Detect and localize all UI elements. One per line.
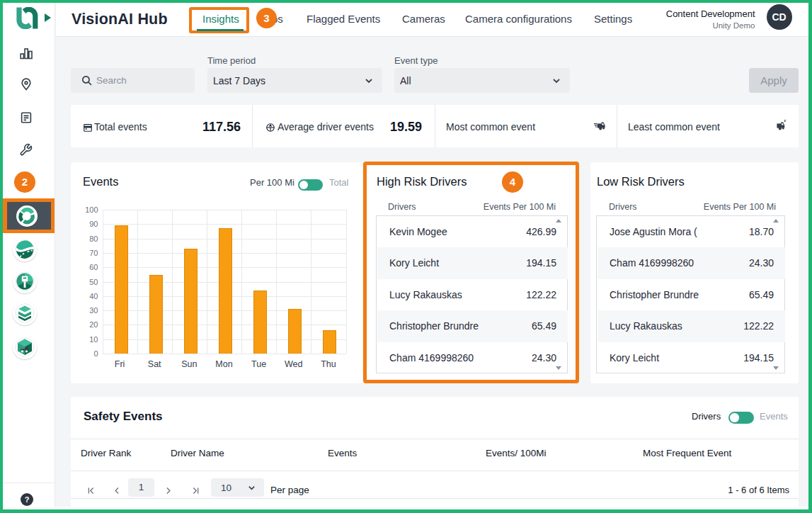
svg-text:z: z [784,118,786,123]
